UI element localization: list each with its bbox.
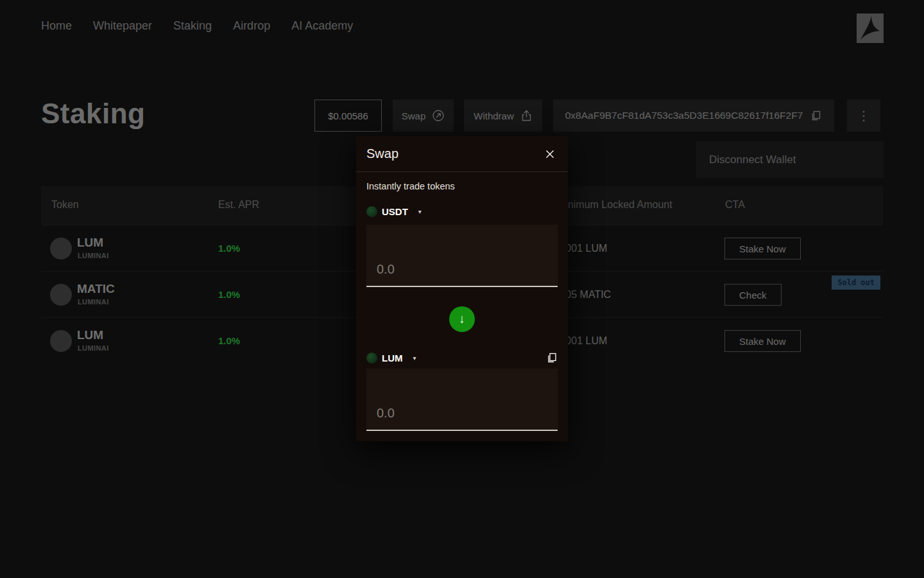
from-amount-input[interactable] <box>366 262 558 286</box>
from-token-label: USDT <box>382 206 408 217</box>
from-token-selector[interactable]: USDT ▾ <box>366 204 558 218</box>
chevron-down-icon: ▾ <box>413 355 416 362</box>
to-amount-input[interactable] <box>366 406 558 430</box>
swap-modal-subtitle: Instantly trade tokens <box>366 181 558 194</box>
to-token-selector[interactable]: LUM ▾ <box>366 351 558 365</box>
swap-modal-body: Instantly trade tokens USDT ▾ ↓ LUM ▾ <box>356 181 568 441</box>
copy-icon <box>546 352 558 363</box>
to-amount-box <box>366 369 558 431</box>
close-modal-button[interactable] <box>542 146 558 162</box>
from-amount-box <box>366 225 558 287</box>
swap-direction-wrap: ↓ <box>366 306 558 332</box>
swap-modal-title: Swap <box>366 146 398 161</box>
close-icon <box>545 149 555 159</box>
to-token-label: LUM <box>382 353 403 363</box>
swap-modal-header: Swap <box>356 136 568 172</box>
to-token-icon <box>366 353 377 363</box>
swap-modal: Swap Instantly trade tokens USDT ▾ ↓ LUM… <box>356 136 568 441</box>
swap-direction-button[interactable]: ↓ <box>449 306 475 332</box>
from-token-icon <box>366 206 377 217</box>
chevron-down-icon: ▾ <box>418 208 422 215</box>
arrow-down-icon: ↓ <box>459 312 465 326</box>
copy-token-address-button[interactable] <box>546 352 558 363</box>
